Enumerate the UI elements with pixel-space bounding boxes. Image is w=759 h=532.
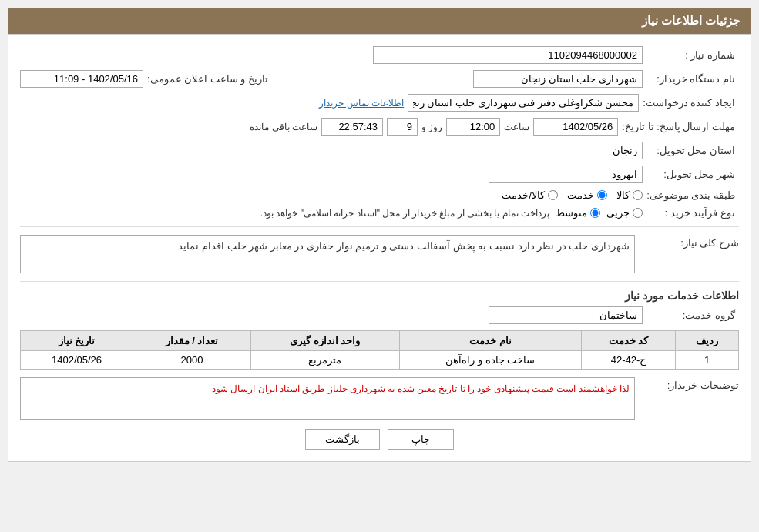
city-input[interactable] [489, 166, 643, 183]
col-row: ردیف [676, 331, 739, 351]
contact-link[interactable]: اطلاعات تماس خریدار [319, 98, 404, 109]
need-desc-label: شرح کلی نیاز: [639, 235, 739, 249]
col-name: نام خدمت [399, 331, 581, 351]
category-khedmat[interactable]: خدمت [567, 189, 607, 201]
province-row: استان محل تحویل: [20, 142, 739, 159]
purchase-type-note: پرداخت تمام یا بخشی از مبلغ خریدار از مح… [260, 208, 549, 219]
response-time-input[interactable] [446, 118, 500, 136]
divider-1 [20, 226, 739, 227]
province-input[interactable] [489, 142, 643, 159]
time-label: ساعت [504, 122, 529, 132]
cell-date: 1402/05/26 [21, 351, 133, 370]
service-group-input[interactable] [489, 306, 643, 324]
category-kala[interactable]: کالا [616, 189, 643, 201]
buyer-notes-text: لذا خواهشمند است قیمت پیشنهادی خود را تا… [212, 383, 630, 394]
buyer-notes-box: لذا خواهشمند است قیمت پیشنهادی خود را تا… [20, 377, 635, 420]
page-title: جزئیات اطلاعات نیاز [642, 14, 740, 27]
date-label: تاریخ و ساعت اعلان عمومی: [147, 73, 272, 85]
divider-2 [20, 281, 739, 282]
service-group-row: گروه خدمت: [20, 306, 739, 324]
category-label: طبقه بندی موضوعی: [646, 189, 739, 201]
buyer-notes-row: توضیحات خریدار: لذا خواهشمند است قیمت پی… [20, 377, 739, 420]
category-khedmat-radio[interactable] [597, 190, 607, 200]
purchase-type-label: نوع فرآیند خرید : [646, 207, 739, 219]
cell-name: ساخت جاده و راه‌آهن [399, 351, 581, 370]
purchase-type-row: نوع فرآیند خرید : جزیی متوسط پرداخت تمام… [20, 207, 739, 219]
cell-row: 1 [676, 351, 739, 370]
purchase-motavaset-label: متوسط [556, 207, 587, 219]
province-label: استان محل تحویل: [646, 145, 739, 156]
need-desc-box: شهرداری حلب در نظر دارد نسبت به پخش آسفا… [20, 235, 635, 273]
page-header: جزئیات اطلاعات نیاز [8, 8, 751, 34]
response-date-label: مهلت ارسال پاسخ: تا تاریخ: [622, 121, 739, 132]
purchase-motavaset-radio[interactable] [590, 208, 600, 218]
buyer-org-label: نام دستگاه خریدار: [646, 73, 739, 85]
creator-input[interactable] [408, 94, 639, 112]
response-date-input[interactable] [533, 118, 618, 136]
response-days-input[interactable] [387, 118, 418, 136]
services-header: اطلاعات خدمات مورد نیاز [20, 289, 739, 302]
day-label: روز و [421, 122, 442, 132]
buttons-row: چاپ بازگشت [20, 429, 739, 450]
col-unit: واحد اندازه گیری [250, 331, 399, 351]
creator-row: ایجاد کننده درخواست: اطلاعات تماس خریدار [20, 94, 739, 112]
col-code: کد خدمت [581, 331, 675, 351]
service-group-label: گروه خدمت: [646, 309, 739, 321]
category-kala-khedmat[interactable]: کالا/خدمت [502, 189, 558, 201]
need-number-row: شماره نیاز : [20, 46, 739, 64]
category-kala-label: کالا [616, 189, 630, 201]
city-row: شهر محل تحویل: [20, 166, 739, 183]
response-date-row: مهلت ارسال پاسخ: تا تاریخ: ساعت روز و سا… [20, 118, 739, 136]
back-button[interactable]: بازگشت [305, 429, 380, 450]
date-input[interactable] [20, 70, 143, 88]
city-label: شهر محل تحویل: [646, 169, 739, 180]
cell-quantity: 2000 [133, 351, 251, 370]
category-kala-radio[interactable] [633, 190, 643, 200]
response-remaining-input[interactable] [321, 118, 383, 136]
buyer-notes-label: توضیحات خریدار: [639, 377, 739, 391]
col-quantity: تعداد / مقدار [133, 331, 251, 351]
category-kala-khedmat-radio[interactable] [548, 190, 558, 200]
need-number-input[interactable] [373, 46, 643, 64]
purchase-jozi-label: جزیی [606, 207, 630, 219]
purchase-jozi[interactable]: جزیی [606, 207, 643, 219]
cell-code: ج-42-42 [581, 351, 675, 370]
need-desc-row: شرح کلی نیاز: شهرداری حلب در نظر دارد نس… [20, 235, 739, 273]
purchase-motavaset[interactable]: متوسط [556, 207, 600, 219]
cell-unit: مترمربع [250, 351, 399, 370]
print-button[interactable]: چاپ [388, 429, 454, 450]
col-date: تاریخ نیاز [21, 331, 133, 351]
category-khedmat-label: خدمت [567, 189, 594, 201]
category-radio-group: کالا/خدمت خدمت کالا [502, 189, 643, 201]
category-row: طبقه بندی موضوعی: کالا/خدمت خدمت کالا [20, 189, 739, 201]
purchase-jozi-radio[interactable] [633, 208, 643, 218]
remaining-label: ساعت باقی مانده [250, 122, 317, 132]
creator-label: ایجاد کننده درخواست: [643, 97, 739, 109]
need-number-label: شماره نیاز : [646, 49, 739, 61]
table-header-row: ردیف کد خدمت نام خدمت واحد اندازه گیری ت… [21, 331, 739, 351]
category-kala-khedmat-label: کالا/خدمت [502, 189, 545, 201]
services-table: ردیف کد خدمت نام خدمت واحد اندازه گیری ت… [20, 330, 739, 370]
table-row: 1 ج-42-42 ساخت جاده و راه‌آهن مترمربع 20… [21, 351, 739, 370]
buyer-org-input[interactable] [473, 70, 643, 88]
buyer-date-row: نام دستگاه خریدار: تاریخ و ساعت اعلان عم… [20, 70, 739, 88]
